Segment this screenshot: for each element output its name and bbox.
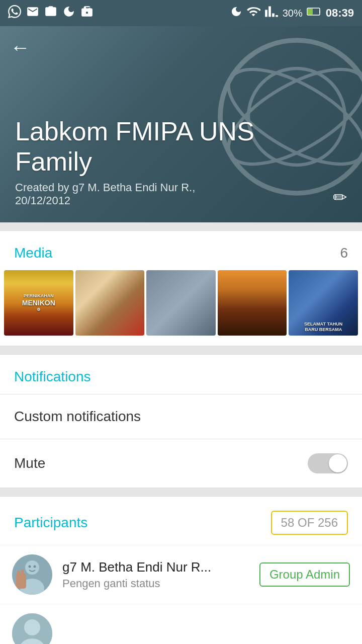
svg-point-7 [25, 560, 39, 575]
status-icons-right: 30% 08:39 [230, 5, 354, 22]
participant-info-1: g7 M. Betha Endi Nur R... Pengen ganti s… [62, 559, 259, 590]
toggle-knob [329, 454, 347, 472]
gmail-icon [26, 5, 39, 21]
media-count: 6 [340, 245, 348, 261]
notifications-label: Notifications [14, 369, 91, 384]
svg-point-15 [24, 619, 40, 635]
back-button[interactable]: ← [10, 36, 30, 59]
status-bar: 30% 08:39 [0, 0, 362, 26]
participant-info-2 [62, 632, 350, 634]
battery-text: 30% [283, 8, 303, 19]
avatar-svg-1 [12, 554, 52, 595]
media-thumb-3[interactable] [146, 270, 216, 336]
media-thumb-5[interactable]: SELAMAT TAHUN BARU BERSAMA [289, 270, 358, 336]
battery-icon [307, 7, 322, 20]
custom-notifications-row[interactable]: Custom notifications [0, 394, 362, 439]
moon-icon [62, 5, 75, 21]
participants-label: Participants [14, 515, 87, 531]
status-icons-left [8, 5, 94, 21]
svg-point-10 [34, 566, 36, 568]
notifications-header: Notifications [0, 355, 362, 394]
participant-status-1: Pengen ganti status [62, 577, 259, 590]
custom-notifications-label: Custom notifications [14, 409, 141, 425]
media-section: Media 6 PERNIKAHAN MENIKON ⚙ [0, 230, 362, 346]
group-admin-badge: Group Admin [259, 562, 350, 587]
avatar-svg-2 [12, 613, 52, 644]
svg-rect-1 [308, 9, 313, 15]
moon2-icon [230, 6, 242, 21]
media-label: Media [14, 245, 52, 261]
whatsapp-icon [8, 5, 21, 21]
participant-name-1: g7 M. Betha Endi Nur R... [62, 559, 259, 575]
mute-label: Mute [14, 455, 45, 471]
status-time: 08:39 [326, 7, 354, 20]
mute-row: Mute [0, 439, 362, 488]
group-header: ← Labkom FMIPA UNS Family Created by g7 … [0, 26, 362, 222]
svg-point-3 [248, 68, 345, 165]
briefcase-icon [80, 5, 94, 21]
participant-row-2[interactable] [0, 604, 362, 644]
camera-icon [44, 5, 57, 21]
header-text: Labkom FMIPA UNS Family Created by g7 M.… [15, 117, 254, 207]
edit-button[interactable]: ✏ [333, 187, 347, 207]
participants-section: Participants 58 OF 256 g7 M. Betha Endi … [0, 496, 362, 644]
participant-avatar-1 [12, 554, 52, 595]
notifications-section: Notifications Custom notifications Mute [0, 354, 362, 488]
group-subtitle: Created by g7 M. Betha Endi Nur R., 20/1… [15, 181, 254, 207]
media-thumb-4[interactable] [218, 270, 287, 336]
signal-icon [264, 5, 279, 22]
participants-count-badge: 58 OF 256 [271, 511, 348, 535]
svg-rect-13 [21, 570, 24, 578]
svg-point-9 [29, 566, 31, 568]
participants-header: Participants 58 OF 256 [0, 497, 362, 545]
group-title: Labkom FMIPA UNS Family [15, 117, 254, 177]
media-thumb-1[interactable]: PERNIKAHAN MENIKON ⚙ [4, 270, 73, 336]
svg-rect-12 [17, 571, 20, 578]
wifi-icon [246, 5, 260, 22]
participant-avatar-2 [12, 613, 52, 644]
mute-toggle[interactable] [308, 453, 348, 473]
media-header: Media 6 [0, 231, 362, 270]
media-grid: PERNIKAHAN MENIKON ⚙ SELAMAT TAHUN BARU … [0, 270, 362, 346]
media-thumb-2[interactable] [75, 270, 145, 336]
participant-row-1[interactable]: g7 M. Betha Endi Nur R... Pengen ganti s… [0, 545, 362, 604]
